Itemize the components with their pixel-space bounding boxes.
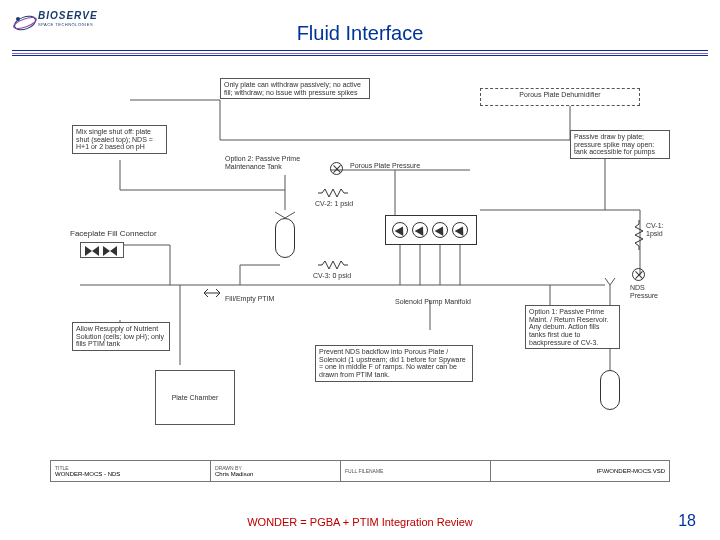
title-rule-accent	[12, 53, 708, 54]
porous-pressure-gauge-icon	[330, 162, 343, 175]
footer-text: WONDER = PGBA + PTIM Integration Review	[0, 516, 720, 528]
porous-plate-dehumidifier: Porous Plate Dehumidifier	[480, 88, 640, 106]
pump-icon	[412, 222, 428, 238]
slide-title: Fluid Interface	[0, 22, 720, 45]
note-mix-shutoff: Mix single shut off: plate shut (sealed …	[72, 125, 167, 154]
note-backflow: Prevent NDS backflow into Porous Plate /…	[315, 345, 473, 382]
check-valve-icon	[103, 246, 117, 256]
drawing-titleblock: TITLE WONDER-MOCS - NDS DRAWN BY Chris M…	[50, 460, 670, 482]
label-faceplate: Faceplate Fill Connector	[70, 230, 157, 239]
tb-file-h: FULL FILENAME	[345, 468, 486, 474]
pump-icon	[452, 222, 468, 238]
svg-point-2	[16, 17, 20, 21]
label-cv2: CV-2: 1 psid	[315, 200, 353, 208]
label-fill-empty: Fill/Empty PTIM	[225, 295, 274, 303]
cv3-valve-icon	[318, 260, 348, 270]
nds-pressure-gauge-icon	[632, 268, 645, 281]
label-nds: NDS Pressure	[630, 284, 670, 299]
logo-text: BIOSERVE	[38, 10, 98, 21]
page-number: 18	[678, 512, 696, 530]
cv2-valve-icon	[318, 188, 348, 198]
tb-title: WONDER-MOCS - NDS	[55, 471, 206, 477]
label-porous-pressure: Porous Plate Pressure	[350, 162, 420, 170]
pump-icon	[392, 222, 408, 238]
label-manifold: Solenoid Pump Manifold	[395, 298, 471, 306]
check-valve-icon	[85, 246, 99, 256]
plate-chamber: Plate Chamber	[155, 370, 235, 425]
cv1-valve-icon	[634, 220, 644, 250]
label-option2: Option 2: Passive Prime Maintenance Tank	[225, 155, 325, 170]
bidirectional-arrow-icon	[200, 288, 224, 298]
note-option1: Option 1: Passive Prime Maint. / Return …	[525, 305, 620, 349]
pump-icon	[432, 222, 448, 238]
label-cv3: CV-3: 0 psid	[313, 272, 351, 280]
note-passive-draw: Passive draw by plate; pressure spike ma…	[570, 130, 670, 159]
fluid-diagram: Only plate can withdraw passively; no ac…	[50, 70, 670, 480]
note-top: Only plate can withdraw passively; no ac…	[220, 78, 370, 99]
tb-drawn: Chris Madison	[215, 471, 336, 477]
option2-tank	[275, 218, 295, 258]
note-resupply: Allow Resupply of Nutrient Solution (cel…	[72, 322, 170, 351]
label-cv1: CV-1: 1psid	[646, 222, 670, 237]
option1-tank	[600, 370, 620, 410]
faceplate-connector	[80, 242, 124, 258]
tb-path: IF\WONDER-MOCS.VSD	[597, 468, 665, 474]
